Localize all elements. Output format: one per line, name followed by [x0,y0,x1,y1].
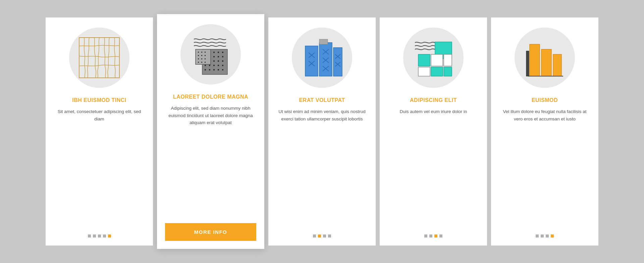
card-4: ADIPISCING ELIT Duis autem vel eum iriur… [380,17,487,246]
card-1-desc: Sit amet, consectetuer adipiscing elit, … [54,108,145,226]
svg-rect-63 [431,67,443,76]
dot [424,234,427,238]
svg-rect-66 [541,49,551,76]
dot [541,234,544,238]
card-4-icon-circle [403,28,464,88]
card-4-desc: Duis autem vel eum iriure dolor in [399,108,467,226]
svg-rect-25 [218,69,219,70]
svg-rect-57 [319,39,328,44]
dot [536,234,539,238]
svg-rect-6 [222,52,223,53]
tiles-gray-icon [187,31,234,78]
card-3-title: ERAT VOLUTPAT [299,97,345,103]
card-1: IBH EUISMOD TINCI Sit amet, consectetuer… [46,17,153,246]
svg-rect-52 [333,48,342,76]
card-3-icon-circle [292,28,352,88]
card-5-title: EUISMOD [532,97,558,103]
svg-rect-23 [209,69,210,70]
svg-rect-33 [205,55,206,56]
svg-rect-17 [205,65,206,66]
svg-rect-67 [553,54,561,76]
dot [313,234,316,238]
card-3: ERAT VOLUTPAT Ut wisi enim ad minim veni… [268,17,376,246]
svg-rect-9 [213,56,215,57]
svg-rect-10 [218,56,219,57]
svg-rect-4 [213,52,215,53]
svg-rect-45 [319,43,332,76]
svg-rect-59 [418,54,430,66]
panels-orange-icon [523,36,567,80]
svg-rect-34 [198,58,199,59]
dot-active [551,234,554,238]
svg-rect-31 [198,55,199,56]
svg-rect-29 [201,52,202,53]
svg-rect-20 [218,65,219,66]
dot [93,234,96,238]
card-1-title: IBH EUISMOD TINCI [72,97,126,103]
tiles-blue-icon [300,36,344,80]
svg-rect-21 [222,65,223,66]
dot [328,234,331,238]
svg-rect-40 [305,46,318,76]
dot [546,234,549,238]
dot [103,234,106,238]
cards-container: IBH EUISMOD TINCI Sit amet, consectetuer… [25,4,619,259]
card-4-title: ADIPISCING ELIT [410,97,457,103]
more-info-button[interactable]: MORE INFO [165,223,256,241]
svg-rect-15 [218,60,219,62]
svg-rect-30 [205,52,206,53]
svg-rect-32 [201,55,202,56]
dot-active [108,234,111,238]
svg-rect-22 [205,69,206,70]
svg-rect-18 [209,65,210,66]
svg-rect-60 [431,54,443,66]
card-2-icon-circle [180,24,241,85]
svg-rect-28 [198,52,199,53]
card-5: EUISMOD Vel illum dolore eu feugiat null… [491,17,598,246]
card-5-icon-circle [515,28,575,88]
svg-rect-36 [205,58,206,59]
card-2: LAOREET DOLORE MAGNA Adipiscing elit, se… [157,14,264,249]
svg-rect-16 [222,60,223,62]
card-5-desc: Vel illum dolore eu feugiat nulla facili… [499,108,590,226]
dot-active [318,234,321,238]
svg-rect-37 [198,62,199,63]
svg-rect-62 [418,67,430,76]
svg-rect-19 [213,65,215,66]
card-1-icon-circle [69,28,129,88]
card-4-dots [424,234,442,238]
dot [98,234,101,238]
dot [323,234,326,238]
card-5-dots [536,234,554,238]
svg-rect-27 [196,49,211,64]
card-3-dots [313,234,331,238]
card-2-title: LAOREET DOLORE MAGNA [173,94,248,100]
card-2-desc: Adipiscing elit, sed diam nonummy nibh e… [165,105,256,215]
svg-rect-61 [444,54,452,66]
svg-rect-65 [530,44,540,76]
svg-rect-64 [444,67,452,76]
svg-rect-11 [222,56,223,57]
card-3-desc: Ut wisi enim ad minim veniam, quis nostr… [276,108,368,226]
svg-rect-14 [213,60,215,62]
svg-rect-26 [222,69,223,70]
tiles-cyan-icon [412,36,455,80]
svg-rect-35 [201,58,202,59]
dot [429,234,432,238]
svg-rect-39 [205,62,206,63]
svg-rect-69 [526,51,529,76]
dot [88,234,91,238]
dot-active [434,234,437,238]
dot [439,234,442,238]
card-1-dots [88,234,111,238]
wood-icon [77,36,121,80]
svg-rect-38 [201,62,202,63]
svg-rect-5 [218,52,219,53]
svg-rect-24 [213,69,215,70]
